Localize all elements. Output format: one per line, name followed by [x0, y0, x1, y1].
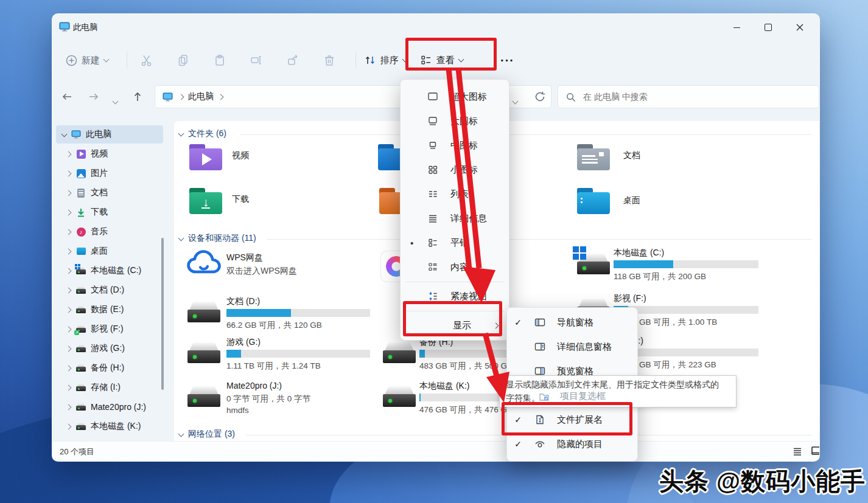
chevron-right-icon[interactable]	[66, 209, 72, 215]
chevron-right-icon[interactable]	[66, 384, 72, 390]
sidebar-item-documents[interactable]: 文档	[56, 184, 163, 202]
share-button[interactable]	[286, 43, 299, 77]
chevron-right-icon[interactable]	[66, 248, 72, 254]
sidebar-item-this-pc[interactable]: 此电脑	[56, 125, 163, 144]
chevron-right-icon[interactable]	[66, 326, 72, 332]
sidebar-item-drive-e[interactable]: 数据 (E:)	[56, 300, 163, 319]
chevron-right-icon[interactable]	[66, 345, 72, 352]
view-button[interactable]: 查看	[420, 43, 463, 77]
chevron-right-icon[interactable]	[66, 190, 72, 196]
submenu-item-item-checkboxes-overlay[interactable]: 项目复选框	[538, 390, 606, 402]
drive-name[interactable]: 本地磁盘 (C:)	[614, 248, 664, 258]
folder-desktop[interactable]	[577, 188, 610, 215]
drive-icon[interactable]	[383, 342, 416, 364]
drive-name[interactable]: 本地磁盘 (K:)	[419, 381, 469, 392]
sidebar-scrollbar[interactable]	[161, 238, 164, 390]
sidebar-item-pictures[interactable]: 图片	[56, 164, 163, 182]
search-box[interactable]	[558, 85, 819, 108]
submenu-item-details-pane[interactable]: 详细信息窗格	[507, 335, 637, 359]
cut-button[interactable]	[140, 43, 153, 77]
paste-button[interactable]	[213, 43, 226, 77]
folder-downloads[interactable]: ↓	[189, 188, 222, 215]
chevron-right-icon[interactable]	[66, 170, 72, 176]
drive-name[interactable]: 游戏 (G:)	[226, 337, 261, 348]
sidebar-item-drive-k[interactable]: 本地磁盘 (K:)	[56, 417, 163, 435]
chevron-right-icon[interactable]	[66, 365, 72, 371]
titlebar[interactable]: 此电脑	[52, 14, 819, 40]
menu-item-show[interactable]: 显示	[401, 313, 509, 338]
folder-label[interactable]: 下载	[232, 194, 249, 205]
folder-documents[interactable]	[577, 144, 610, 171]
more-button[interactable]: ···	[500, 43, 514, 77]
chevron-right-icon[interactable]	[66, 287, 72, 293]
menu-item-details[interactable]: 详细信息	[401, 206, 509, 231]
new-button[interactable]: 新建	[66, 43, 108, 77]
up-button[interactable]	[131, 91, 144, 103]
drive-name[interactable]: 影视 (F:)	[614, 293, 646, 304]
search-input[interactable]	[582, 91, 785, 102]
sidebar-item-drive-i[interactable]: 存储 (I:)	[56, 378, 163, 397]
menu-item-medium-icons[interactable]: 中图标	[401, 133, 509, 158]
sidebar-item-drive-h[interactable]: 备份 (H:)	[56, 359, 163, 377]
breadcrumb-item[interactable]: 此电脑	[188, 91, 214, 102]
delete-button[interactable]	[323, 43, 336, 77]
close-button[interactable]	[784, 18, 816, 37]
sidebar-item-desktop[interactable]: 桌面	[56, 242, 163, 260]
menu-item-small-icons[interactable]: 小图标	[401, 158, 509, 182]
chevron-right-icon[interactable]	[66, 151, 72, 157]
chevron-down-icon[interactable]	[61, 131, 68, 137]
drive-icon[interactable]	[187, 342, 220, 364]
details-view-toggle[interactable]	[793, 446, 802, 456]
section-header-network[interactable]: 网络位置 (3)	[179, 429, 235, 440]
menu-item-list[interactable]: 列表	[401, 182, 509, 206]
chevron-right-icon[interactable]	[66, 268, 72, 274]
forward-button[interactable]	[88, 91, 100, 103]
address-dropdown-chevron[interactable]	[513, 95, 517, 106]
chevron-right-icon[interactable]	[66, 229, 72, 235]
large-thumbnail-toggle[interactable]	[811, 446, 820, 456]
drive-name[interactable]: Mate20pro (J:)	[226, 381, 282, 390]
menu-item-large-icons[interactable]: 大图标	[401, 109, 509, 133]
chevron-right-icon[interactable]	[66, 423, 72, 429]
folder-label[interactable]: 桌面	[623, 195, 640, 206]
back-button[interactable]	[61, 91, 73, 103]
folder-videos[interactable]	[189, 144, 222, 171]
sidebar-item-drive-c[interactable]: 本地磁盘 (C:)	[56, 262, 163, 280]
folder-label[interactable]: 视频	[232, 150, 249, 161]
menu-item-content[interactable]: 内容	[401, 255, 509, 279]
minimize-button[interactable]	[721, 18, 752, 37]
rename-button[interactable]	[250, 43, 263, 77]
sidebar-item-drive-g[interactable]: 游戏 (G:)	[56, 339, 163, 358]
submenu-item-navigation-pane[interactable]: ✓ 导航窗格	[507, 310, 637, 335]
sidebar-item-videos[interactable]: 视频	[56, 145, 163, 163]
sidebar-item-music[interactable]: ♪ 音乐	[56, 223, 163, 241]
drive-icon[interactable]	[383, 386, 416, 408]
folder-label[interactable]: 文档	[623, 150, 640, 161]
submenu-item-hidden-items[interactable]: ✓ 隐藏的项目	[507, 432, 637, 456]
sidebar-item-downloads[interactable]: 下载	[56, 203, 163, 221]
drive-icon[interactable]	[187, 386, 220, 408]
sidebar-item-drive-d[interactable]: 文档 (D:)	[56, 281, 163, 299]
sidebar-item-drive-f[interactable]: ↗ 影视 (F:)	[56, 320, 163, 338]
chevron-down-icon[interactable]	[178, 130, 184, 136]
chevron-down-icon[interactable]	[178, 235, 184, 241]
chevron-right-icon[interactable]	[66, 404, 72, 410]
section-header-drives[interactable]: 设备和驱动器 (11)	[179, 233, 256, 244]
section-header-folders[interactable]: 文件夹 (6)	[179, 128, 226, 139]
chevron-down-icon[interactable]	[178, 431, 184, 437]
recent-locations-button[interactable]	[113, 95, 117, 106]
sidebar-item-drive-j[interactable]: Mate20pro (J:)	[56, 398, 163, 416]
drive-name[interactable]: 文档 (D:)	[226, 296, 260, 307]
wps-cloud-icon[interactable]	[186, 249, 222, 278]
maximize-button[interactable]	[752, 18, 784, 37]
copy-button[interactable]	[177, 43, 190, 77]
drive-icon[interactable]	[187, 302, 220, 324]
menu-item-compact-view[interactable]: 紧凑视图	[401, 284, 509, 308]
sort-button[interactable]: 排序	[364, 43, 407, 77]
menu-item-extra-large-icons[interactable]: 超大图标	[401, 85, 509, 109]
menu-item-tiles[interactable]: • 平铺	[401, 231, 509, 255]
refresh-button[interactable]	[534, 91, 546, 103]
submenu-item-file-extensions[interactable]: ✓ 文件扩展名	[507, 408, 637, 432]
drive-name[interactable]: WPS网盘	[226, 252, 263, 263]
chevron-right-icon[interactable]	[66, 307, 72, 313]
